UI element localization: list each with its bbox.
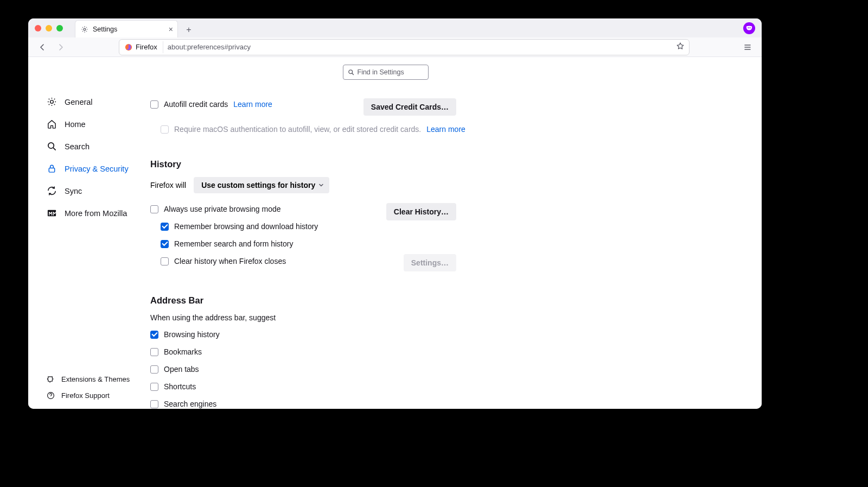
svg-point-7 (348, 70, 352, 74)
mask-icon (745, 24, 753, 32)
gear-icon (81, 26, 88, 33)
sidebar-item-label: Privacy & Security (65, 165, 129, 173)
autofill-credit-cards-label: Autofill credit cards (164, 100, 228, 109)
forward-button[interactable] (53, 40, 68, 55)
saved-credit-cards-button[interactable]: Saved Credit Cards… (363, 98, 456, 116)
sidebar-item-label: Home (65, 120, 86, 129)
profile-badge[interactable] (743, 22, 755, 34)
autofill-credit-cards-checkbox[interactable] (150, 100, 158, 109)
suggest-shortcuts-label: Shortcuts (164, 382, 196, 391)
identity-label: Firefox (136, 43, 157, 51)
history-heading: History (150, 159, 740, 169)
sync-icon (47, 186, 57, 196)
always-private-checkbox[interactable] (150, 205, 158, 213)
sidebar-item-more[interactable]: More from Mozilla (28, 202, 150, 224)
firefox-will-label: Firefox will (150, 181, 186, 189)
identity-box[interactable]: Firefox (124, 41, 163, 53)
addressbar-heading: Address Bar (150, 295, 740, 306)
svg-point-2 (50, 100, 54, 104)
svg-point-0 (84, 28, 86, 30)
sidebar-item-label: Sync (65, 187, 82, 195)
remember-search-label: Remember search and form history (174, 239, 293, 248)
sidebar-item-general[interactable]: General (28, 91, 150, 113)
suggest-search-engines-label: Search engines (164, 400, 216, 408)
clear-on-close-label: Clear history when Firefox closes (174, 257, 286, 265)
mozilla-icon (47, 208, 57, 218)
app-menu-button[interactable] (740, 40, 755, 55)
require-auth-learn-more-link[interactable]: Learn more (426, 125, 465, 134)
suggest-browsing-history-label: Browsing history (164, 330, 220, 339)
suggest-search-engines-checkbox[interactable] (150, 400, 158, 408)
lock-icon (47, 163, 57, 174)
bookmark-star-button[interactable] (676, 42, 685, 52)
titlebar: Settings × + (28, 18, 762, 37)
history-mode-value: Use custom settings for history (201, 181, 315, 189)
sidebar-support[interactable]: Firefox Support (28, 387, 150, 403)
star-icon (676, 42, 685, 50)
window-close[interactable] (35, 25, 41, 31)
url-text: about:preferences#privacy (168, 43, 251, 51)
always-private-label: Always use private browsing mode (164, 205, 281, 213)
arrow-left-icon (38, 43, 47, 52)
firefox-logo-icon (125, 43, 132, 51)
gear-icon (47, 97, 57, 107)
new-tab-button[interactable]: + (181, 22, 196, 37)
autofill-learn-more-link[interactable]: Learn more (233, 100, 272, 109)
sidebar-item-label: Search (65, 142, 90, 151)
sidebar-extensions[interactable]: Extensions & Themes (28, 371, 150, 387)
tab-settings[interactable]: Settings × (75, 20, 178, 37)
back-button[interactable] (35, 40, 50, 55)
suggest-bookmarks-checkbox[interactable] (150, 348, 158, 356)
arrow-right-icon (56, 43, 65, 52)
remember-browsing-checkbox[interactable] (161, 223, 169, 231)
search-icon (47, 141, 57, 151)
clear-on-close-checkbox[interactable] (161, 257, 169, 265)
hamburger-icon (743, 43, 752, 52)
close-icon[interactable]: × (169, 25, 173, 34)
sidebar-foot-label: Firefox Support (61, 391, 110, 400)
url-bar[interactable]: Firefox about:preferences#privacy (119, 39, 690, 55)
suggest-bookmarks-label: Bookmarks (164, 347, 202, 356)
svg-rect-4 (49, 168, 54, 173)
browser-window: Settings × + Firefox about:preferences (28, 18, 762, 409)
settings-search-input[interactable]: Find in Settings (343, 65, 429, 80)
puzzle-icon (47, 375, 55, 383)
suggest-open-tabs-checkbox[interactable] (150, 365, 158, 374)
help-icon (47, 391, 55, 400)
addressbar-subtitle: When using the address bar, suggest (150, 313, 740, 322)
require-auth-checkbox (161, 125, 169, 134)
toolbar: Firefox about:preferences#privacy (28, 37, 762, 57)
sidebar-item-sync[interactable]: Sync (28, 180, 150, 202)
settings-content: General Home Search Privacy & Security S… (28, 57, 762, 409)
home-icon (47, 119, 57, 129)
chevron-down-icon (318, 181, 324, 189)
suggest-browsing-history-checkbox[interactable] (150, 331, 158, 339)
clear-history-button[interactable]: Clear History… (386, 203, 456, 220)
sidebar-item-home[interactable]: Home (28, 113, 150, 135)
settings-main: Find in Settings Autofill credit cards L… (150, 57, 762, 409)
sidebar-item-search[interactable]: Search (28, 135, 150, 157)
tab-label: Settings (93, 26, 117, 33)
sidebar-item-privacy[interactable]: Privacy & Security (28, 157, 150, 180)
window-minimize[interactable] (46, 25, 52, 31)
remember-search-checkbox[interactable] (161, 240, 169, 248)
history-mode-select[interactable]: Use custom settings for history (194, 177, 329, 193)
suggest-open-tabs-label: Open tabs (164, 365, 199, 374)
search-placeholder: Find in Settings (358, 68, 404, 76)
sidebar-foot-label: Extensions & Themes (61, 375, 130, 383)
window-maximize[interactable] (56, 25, 63, 31)
tabstrip: Settings × + (75, 18, 196, 37)
require-auth-label: Require macOS authentication to autofill… (174, 125, 421, 134)
settings-sidebar: General Home Search Privacy & Security S… (28, 57, 150, 409)
remember-browsing-label: Remember browsing and download history (174, 222, 318, 231)
sidebar-item-label: More from Mozilla (65, 209, 127, 218)
search-icon (348, 69, 354, 75)
sidebar-item-label: General (65, 98, 93, 106)
window-controls (35, 25, 63, 31)
suggest-shortcuts-checkbox[interactable] (150, 383, 158, 391)
clear-on-close-settings-button: Settings… (404, 254, 456, 271)
svg-point-3 (48, 143, 54, 148)
